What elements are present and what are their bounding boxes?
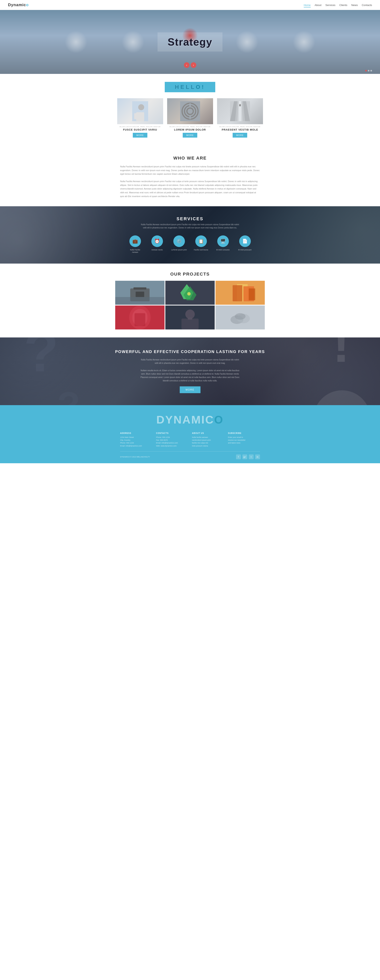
card-subtitle-1: BLUM LACUS DOLOR, REAL DOLOR INATUM (117, 126, 163, 127)
projects-grid (115, 281, 265, 329)
hero-dot-3[interactable] (370, 70, 372, 72)
hello-badge-text: HELL (175, 84, 196, 90)
footer-col-subscribe-title: SUBSCRIBE (228, 432, 260, 434)
nav-item-news[interactable]: News (351, 3, 358, 7)
nav-item-about[interactable]: About (315, 3, 321, 7)
footer-logo: DYNAMICO (8, 413, 372, 426)
who-title: WHO WE ARE (12, 156, 368, 161)
svg-rect-29 (249, 288, 255, 300)
services-section: SERVICES Nulla Facilisi Aenean nectincid… (0, 206, 380, 264)
footer-socials: f g+ t in (236, 455, 260, 459)
service-item-2[interactable]: ⚙️ LaTente ipsum prim (171, 235, 187, 254)
projects-title: OUR PROJECTS (4, 272, 376, 277)
svg-point-41 (235, 313, 246, 320)
hello-card-2: BLUM LACUS DOLOR, REAL DOLOR INATUM LORE… (167, 98, 213, 138)
services-icons: 💼 Nulla Facilisi Aenean ⏰ Aenean nectis … (6, 235, 374, 254)
service-label-5: Et tiriet possuam (237, 248, 253, 251)
project-item-3[interactable] (215, 281, 265, 305)
project-item-6[interactable] (215, 305, 265, 329)
hello-badge-accent: O! (196, 84, 205, 90)
social-icon-linkedin[interactable]: in (255, 455, 260, 459)
hero-next-arrow[interactable]: › (191, 62, 196, 68)
cta-more-button[interactable]: MORE (180, 387, 200, 393)
hero-section: Strategy ‹ › (0, 10, 380, 74)
service-item-0[interactable]: 💼 Nulla Facilisi Aenean (127, 235, 143, 254)
svg-rect-36 (181, 318, 199, 329)
service-label-3: Facilisi sed lutuna (193, 248, 209, 251)
footer-col-subscribe: SUBSCRIBE Enter your email to receive ou… (228, 432, 260, 447)
nav-link-about[interactable]: About (315, 3, 321, 6)
social-icon-facebook[interactable]: f (236, 455, 241, 459)
footer-col-address: ADDRESS 1234 Main Street City, Country P… (120, 432, 152, 447)
card-more-btn-1[interactable]: MORE (133, 133, 147, 138)
social-icon-twitter[interactable]: t (249, 455, 254, 459)
project-item-2[interactable] (165, 281, 215, 305)
nav-item-clients[interactable]: Clients (339, 3, 347, 7)
service-icon-5: 📄 (239, 235, 251, 247)
brand-accent: o (26, 3, 29, 7)
footer-brand: DYNAMICO (8, 413, 372, 426)
nav-item-contacts[interactable]: Contacts (362, 3, 372, 7)
card-more-btn-2[interactable]: MORE (183, 133, 197, 138)
project-item-5[interactable] (165, 305, 215, 329)
svg-rect-3 (134, 113, 137, 119)
footer-col-about: ABOUT US Nulla facilisi aenean nectincid… (192, 432, 224, 447)
nav-link-home[interactable]: Home (304, 3, 311, 7)
social-icon-googleplus[interactable]: g+ (242, 455, 247, 459)
nav-item-home[interactable]: Home (304, 3, 311, 7)
svg-rect-37 (188, 318, 192, 320)
brand-logo[interactable]: Dynamico (8, 3, 29, 7)
footer-columns: ADDRESS 1234 Main Street City, Country P… (120, 432, 260, 447)
cta-section: ? ? ? ! ! POWERFUL AND EFFECTIVE COOPERA… (0, 337, 380, 405)
footer-copyright: DYNAMICO © 2013 MELANCHOLTY (120, 456, 150, 458)
service-label-0: Nulla Facilisi Aenean (127, 248, 143, 254)
nav-link-contacts[interactable]: Contacts (362, 3, 372, 6)
svg-rect-8 (189, 103, 191, 107)
service-label-1: Aenean nectis (149, 248, 165, 251)
svg-rect-28 (233, 285, 242, 301)
cta-content: POWERFUL AND EFFECTIVE COOPERATION LASTI… (8, 350, 372, 393)
hero-dot-1[interactable] (365, 70, 367, 72)
svg-point-15 (239, 104, 241, 107)
hero-title: Strategy (167, 36, 212, 48)
cta-text-2: Nullam resulta lecris sit. Etiam ut luct… (140, 369, 240, 382)
services-content: SERVICES Nulla Facilisi Aenean nectincid… (6, 216, 374, 254)
service-label-2: LaTente ipsum prim (171, 248, 187, 251)
service-item-4[interactable]: 🖥️ Et tiriet cursuess (215, 235, 231, 254)
footer: DYNAMICO ADDRESS 1234 Main Street City, … (0, 405, 380, 463)
hero-dot-2[interactable] (368, 70, 369, 72)
footer-col-contacts: CONTACTS Phone: 555-1234 Fax: 555-5678 E… (156, 432, 188, 447)
service-item-1[interactable]: ⏰ Aenean nectis (149, 235, 165, 254)
who-text-2: Nulla Facilisi Aenean nectincidunt ipsum… (120, 180, 260, 198)
service-item-5[interactable]: 📄 Et tiriet possuam (237, 235, 253, 254)
project-item-4[interactable] (115, 305, 165, 329)
card-subtitle-3: BLUM LACUS DOLOR, REAL DOLOR INATUM (217, 126, 263, 127)
service-item-3[interactable]: 📋 Facilisi sed lutuna (193, 235, 209, 254)
hero-dots (365, 70, 372, 72)
who-text-1: Nulla Facilisi Aenean nectincidunt ipsum… (120, 165, 260, 176)
hello-section: HELLO! BLUM LACUS DOLOR, REAL DOLOR INAT… (0, 74, 380, 148)
nav-link-news[interactable]: News (351, 3, 358, 6)
nav-link-services[interactable]: Services (326, 3, 335, 6)
nav-item-services[interactable]: Services (326, 3, 335, 7)
card-more-btn-3[interactable]: MORE (233, 133, 247, 138)
footer-subscribe-text: Enter your email to receive our newslett… (228, 436, 260, 444)
service-icon-1: ⏰ (151, 235, 163, 247)
nav-links: Home About Services Clients News Contact… (304, 3, 372, 7)
card-title-2: LOREM IPSUM DOLOR (167, 128, 213, 131)
svg-rect-20 (115, 297, 165, 304)
svg-rect-2 (136, 112, 144, 121)
project-item-1[interactable] (115, 281, 165, 305)
footer-logo-text: DYNAMIC (156, 413, 214, 426)
footer-col-contacts-title: CONTACTS (156, 432, 188, 434)
cta-text-1: Nulla Facilisi Aenean nectincidunt ipsum… (140, 358, 240, 365)
card-image-2 (167, 98, 213, 124)
hero-prev-arrow[interactable]: ‹ (184, 62, 189, 68)
footer-address-text: 1234 Main Street City, Country Phone: 55… (120, 436, 152, 447)
svg-text:!: ! (330, 404, 338, 405)
card-image-3 (217, 98, 263, 124)
hero-arrows: ‹ › (184, 62, 196, 68)
footer-about-text: Nulla facilisi aenean nectincidunt ipsum… (192, 436, 224, 447)
nav-link-clients[interactable]: Clients (339, 3, 347, 6)
hello-card-1: BLUM LACUS DOLOR, REAL DOLOR INATUM FUSC… (117, 98, 163, 138)
